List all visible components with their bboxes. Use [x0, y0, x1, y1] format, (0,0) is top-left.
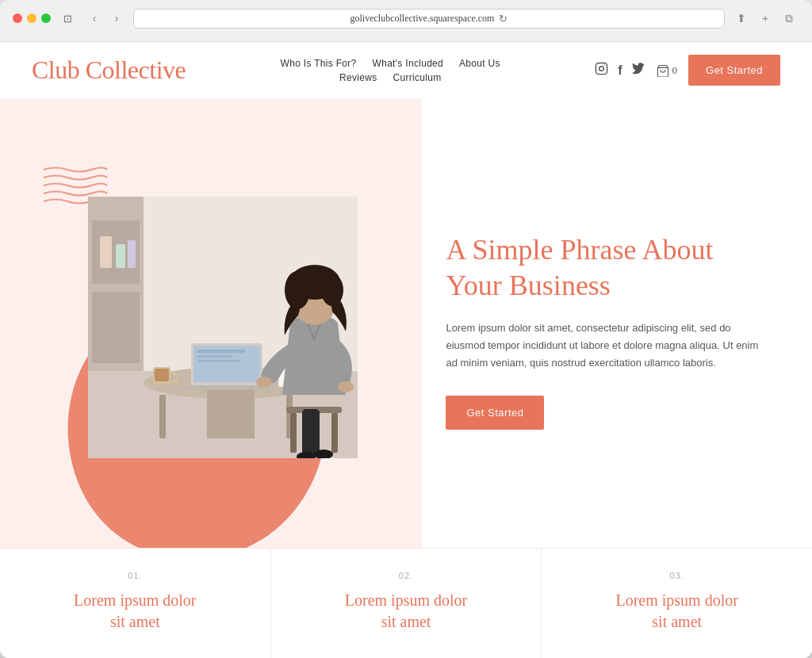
nav-about-us[interactable]: About Us [459, 58, 500, 69]
browser-window: ⊡ ‹ › goliveclubcollective.squarespace.c… [0, 0, 812, 658]
refresh-button[interactable]: ↻ [499, 13, 508, 25]
instagram-icon[interactable] [595, 62, 608, 79]
svg-rect-37 [92, 292, 140, 363]
twitter-icon[interactable] [632, 63, 645, 78]
svg-rect-0 [596, 63, 607, 74]
nav-reviews[interactable]: Reviews [339, 72, 377, 83]
svg-point-28 [338, 381, 354, 392]
svg-rect-15 [197, 355, 233, 358]
svg-rect-10 [159, 395, 166, 438]
svg-rect-16 [197, 360, 241, 362]
feature-number-1: 01. [32, 571, 239, 580]
svg-rect-25 [302, 409, 320, 457]
hero-get-started-button[interactable]: Get Started [446, 396, 544, 430]
facebook-icon[interactable]: f [618, 63, 622, 78]
hero-title: A Simple Phrase About Your Business [446, 232, 772, 304]
feature-title-3: Lorem ipsum dolorsit amet [573, 590, 780, 633]
social-icons: f [595, 62, 644, 79]
forward-button[interactable]: › [106, 8, 127, 29]
nav-curriculum[interactable]: Curriculum [393, 72, 441, 83]
address-bar[interactable]: goliveclubcollective.squarespace.com ↻ [133, 9, 725, 29]
header-right: f 0 Get Started [595, 55, 780, 86]
svg-rect-23 [290, 413, 297, 453]
nav-who-is-this-for[interactable]: Who Is This For? [281, 58, 357, 69]
feature-number-2: 02. [303, 571, 510, 580]
traffic-lights [13, 13, 51, 23]
hero-content-area: A Simple Phrase About Your Business Lore… [422, 98, 812, 548]
back-button[interactable]: ‹ [84, 8, 105, 29]
browser-chrome: ⊡ ‹ › goliveclubcollective.squarespace.c… [0, 0, 812, 42]
feature-item-1: 01. Lorem ipsum dolorsit amet [0, 549, 271, 658]
svg-rect-19 [155, 369, 169, 381]
feature-title-1: Lorem ipsum dolorsit amet [32, 590, 239, 633]
svg-point-2 [604, 64, 605, 65]
nav-row-1: Who Is This For? What's Included About U… [281, 58, 500, 69]
svg-point-1 [599, 66, 604, 71]
svg-rect-38 [100, 236, 112, 268]
nav-row-2: Reviews Curriculum [339, 72, 441, 83]
feature-item-3: 03. Lorem ipsum dolorsit amet [542, 549, 812, 658]
hero-photo [88, 197, 358, 458]
svg-point-29 [256, 377, 272, 388]
tabs-overview-button[interactable]: ⧉ [779, 8, 799, 29]
cart-count: 0 [672, 64, 678, 77]
hero-description: Lorem ipsum dolor sit amet, consectetur … [446, 319, 772, 372]
features-section: 01. Lorem ipsum dolorsit amet 02. Lorem … [0, 548, 812, 658]
minimize-button[interactable] [27, 13, 36, 23]
share-button[interactable]: ⬆ [731, 8, 752, 29]
url-text: goliveclubcollective.squarespace.com [350, 13, 495, 25]
nav-whats-included[interactable]: What's Included [373, 58, 444, 69]
maximize-button[interactable] [41, 13, 51, 23]
feature-number-3: 03. [573, 571, 780, 580]
sidebar-toggle-button[interactable]: ⊡ [57, 8, 78, 29]
cart-icon[interactable]: 0 [656, 64, 678, 77]
site-logo[interactable]: Club Collective [32, 55, 186, 85]
svg-rect-24 [331, 413, 338, 453]
new-tab-button[interactable]: + [755, 8, 776, 29]
svg-rect-17 [183, 385, 270, 390]
site-navigation: Who Is This For? What's Included About U… [281, 58, 500, 83]
close-button[interactable] [13, 13, 22, 23]
header-get-started-button[interactable]: Get Started [688, 55, 780, 86]
svg-rect-9 [207, 383, 255, 438]
feature-item-2: 02. Lorem ipsum dolorsit amet [271, 549, 542, 658]
feature-title-2: Lorem ipsum dolorsit amet [303, 590, 510, 633]
hero-image-area [0, 98, 422, 548]
svg-rect-40 [128, 240, 136, 268]
website-content: Club Collective Who Is This For? What's … [0, 42, 812, 658]
svg-rect-14 [197, 350, 245, 353]
svg-rect-39 [116, 244, 125, 268]
hero-section: A Simple Phrase About Your Business Lore… [0, 98, 812, 548]
site-header: Club Collective Who Is This For? What's … [0, 42, 812, 98]
